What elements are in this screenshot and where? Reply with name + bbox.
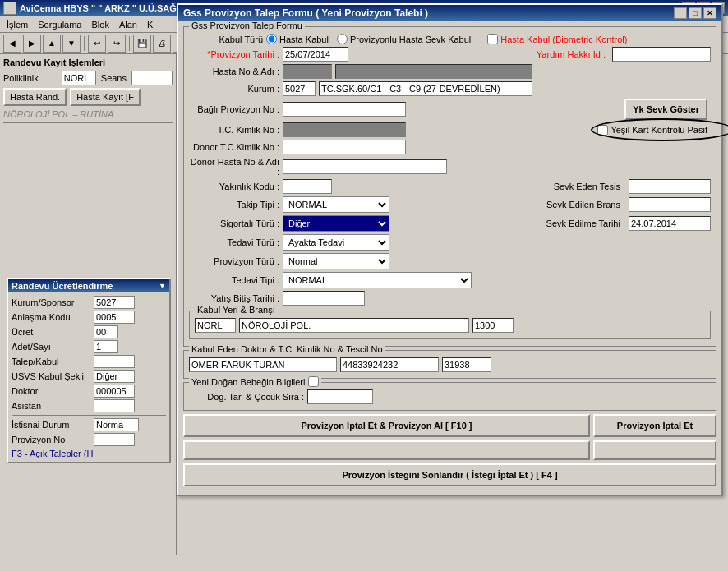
menu-sorgulama[interactable]: Sorgulama bbox=[33, 18, 86, 31]
left-panel-title: Randevu Kayıt İşlemleri bbox=[3, 58, 173, 67]
bottom-btn-row-2 bbox=[183, 440, 716, 460]
kurum-no-input[interactable] bbox=[283, 81, 316, 96]
poliklinik-label: Poliklinik bbox=[3, 73, 60, 83]
takip-tipi-select[interactable]: NORMAL ACİL DİĞER bbox=[283, 196, 389, 213]
tedavi-tipi-select[interactable]: NORMAL DİĞER bbox=[283, 272, 472, 288]
kurum-sponsor-input[interactable] bbox=[94, 296, 135, 309]
toolbar-btn-4[interactable]: ▼ bbox=[62, 35, 81, 53]
ucret-input[interactable] bbox=[94, 325, 118, 338]
bagli-prov-input[interactable] bbox=[283, 102, 406, 117]
kabul-brans-input[interactable] bbox=[239, 318, 469, 333]
tedavi-turu-select[interactable]: Ayakta Tedavi Yatarak Tedavi bbox=[283, 234, 389, 251]
anlasma-kodu-input[interactable] bbox=[94, 311, 135, 324]
kabul-yeri-row bbox=[195, 318, 705, 333]
tc-kimlik-input[interactable] bbox=[283, 122, 406, 137]
sub-window-close[interactable]: ▼ bbox=[159, 282, 166, 290]
tc-kimlik-row: T.C. Kimlik No : Yeşil Kart Kontrolü Pas… bbox=[189, 122, 711, 137]
doktor-row bbox=[189, 357, 711, 372]
sevk-edilen-brans-input[interactable] bbox=[629, 197, 711, 212]
toolbar-btn-5[interactable]: ↩ bbox=[88, 35, 106, 53]
toolbar-btn-2[interactable]: ▶ bbox=[23, 35, 41, 53]
doktor-adi-input[interactable] bbox=[189, 357, 337, 372]
toolbar-btn-6[interactable]: ↪ bbox=[108, 35, 126, 53]
hasta-adi-input[interactable] bbox=[335, 64, 532, 79]
donor-hasta-label: Donor Hasta No & Adı : bbox=[189, 157, 279, 177]
f3-link[interactable]: F3 - Açık Talepler (H bbox=[12, 449, 93, 458]
tedavi-tipi-row: Tedavi Tipi : NORMAL DİĞER bbox=[189, 272, 711, 288]
provizyon-tarihi-input[interactable] bbox=[283, 47, 348, 62]
toolbar-btn-save[interactable]: 💾 bbox=[133, 35, 151, 53]
radio-provizyon-sevk[interactable]: Provizyonlu Hasta Sevk Kabul bbox=[337, 34, 471, 44]
yakinlik-input[interactable] bbox=[283, 179, 332, 194]
yardim-hakki-input[interactable] bbox=[612, 47, 711, 62]
usvs-kabul-input[interactable] bbox=[94, 370, 135, 383]
sigortali-select[interactable]: Diğer SSK bbox=[283, 215, 389, 232]
hasta-no-label: Hasta No & Adı : bbox=[189, 67, 279, 76]
doktor-tc-input[interactable] bbox=[340, 357, 439, 372]
toolbar-btn-1[interactable]: ◀ bbox=[3, 35, 21, 53]
toolbar-btn-3[interactable]: ▲ bbox=[43, 35, 61, 53]
menu-alan[interactable]: Alan bbox=[114, 18, 142, 31]
donor-hasta-input[interactable] bbox=[283, 159, 447, 174]
donor-tc-input[interactable] bbox=[283, 140, 406, 154]
doktor-input-sub[interactable] bbox=[94, 385, 135, 398]
empty-btn-1[interactable] bbox=[183, 440, 590, 460]
provizyon-iptal-al-button[interactable]: Provizyon İptal Et & Provizyon Al [ F10 … bbox=[183, 414, 590, 437]
yeni-dogan-legend: Yeni Doğan Bebeğin Bilgileri bbox=[189, 376, 321, 387]
biometrik-checkbox[interactable] bbox=[487, 34, 498, 44]
doktor-label-sub: Doktor bbox=[12, 386, 94, 396]
sevk-tarihi-input[interactable] bbox=[629, 216, 711, 231]
asistan-input[interactable] bbox=[94, 399, 135, 412]
seans-input[interactable] bbox=[131, 71, 173, 85]
adet-sayi-label: Adet/Sayı bbox=[12, 342, 94, 352]
usvs-kabul-label: USVS Kabul Şekli bbox=[12, 371, 94, 381]
yardim-hakki-label: Yardım Hakkı Id : bbox=[537, 49, 606, 59]
bagli-prov-label: Bağlı Provizyon No : bbox=[189, 104, 279, 114]
main-dialog: Gss Provizyon Talep Formu ( Yeni Provizy… bbox=[177, 3, 723, 496]
dialog-maximize[interactable]: □ bbox=[689, 7, 702, 19]
radio-provizyon-input[interactable] bbox=[337, 34, 348, 44]
empty-btn-2[interactable] bbox=[593, 440, 716, 460]
toolbar-btn-print[interactable]: 🖨 bbox=[153, 35, 171, 53]
doktor-tescil-input[interactable] bbox=[442, 357, 491, 372]
yesil-kart-checkbox[interactable] bbox=[597, 125, 608, 136]
dialog-close[interactable]: ✕ bbox=[703, 7, 716, 19]
radio-hasta-kabul-input[interactable] bbox=[266, 34, 277, 44]
provizyon-turu-label: Provizyon Türü : bbox=[189, 256, 279, 266]
adet-sayi-input[interactable] bbox=[94, 340, 118, 353]
kabul-yeri-input[interactable] bbox=[195, 318, 236, 333]
checkbox-biometrik[interactable]: Hasta Kabul (Biometric Kontrol) bbox=[487, 34, 627, 44]
kurum-text-input[interactable] bbox=[319, 81, 532, 96]
istisnai-durum-input[interactable] bbox=[94, 418, 139, 431]
yesil-kart-checkbox-label[interactable]: Yeşil Kart Kontrolü Pasif bbox=[597, 125, 707, 136]
donor-tc-label: Donor T.C.Kimlik No : bbox=[189, 142, 279, 152]
yeni-dogan-checkbox[interactable] bbox=[308, 376, 319, 387]
provizyon-sonlandir-button[interactable]: Provizyon İsteğini Sonlandır ( İsteği İp… bbox=[183, 463, 716, 486]
menu-k[interactable]: K bbox=[142, 18, 158, 31]
provizyon-tarihi-row: *Provizyon Tarihi : Yardım Hakkı Id : bbox=[189, 47, 711, 62]
poliklinik-input[interactable] bbox=[62, 71, 96, 85]
provizyon-iptal-et-button[interactable]: Provizyon İptal Et bbox=[593, 414, 716, 437]
takip-tipi-label: Takip Tipi : bbox=[189, 200, 279, 210]
provizyon-turu-select[interactable]: Normal Acil Diğer bbox=[283, 253, 389, 269]
hasta-no-input[interactable] bbox=[283, 64, 332, 79]
hasta-kayit-button[interactable]: Hasta Kayıt [F bbox=[70, 88, 141, 106]
yatis-row: Yatış Bitiş Tarihi : bbox=[189, 291, 711, 306]
provizyon-no-input-sub[interactable] bbox=[94, 433, 135, 446]
radio-hasta-kabul[interactable]: Hasta Kabul bbox=[266, 34, 329, 44]
yk-sevk-button[interactable]: Yk Sevk Göster bbox=[624, 99, 707, 120]
sigortali-label: Sigortalı Türü : bbox=[189, 219, 279, 228]
sevk-eden-tesis-input[interactable] bbox=[629, 179, 711, 194]
menu-blok[interactable]: Blok bbox=[86, 18, 113, 31]
yatis-input[interactable] bbox=[283, 291, 365, 306]
talep-kabul-input[interactable] bbox=[94, 355, 135, 368]
dialog-minimize[interactable]: _ bbox=[674, 7, 687, 19]
anlasma-kodu-label: Anlaşma Kodu bbox=[12, 312, 94, 322]
dog-tar-input[interactable] bbox=[307, 389, 373, 404]
tedavi-turu-label: Tedavi Türü : bbox=[189, 237, 279, 247]
hasta-rand-button[interactable]: Hasta Rand. bbox=[3, 88, 67, 106]
yeni-dogan-section: Yeni Doğan Bebeğin Bilgileri Doğ. Tar. &… bbox=[183, 382, 716, 411]
menu-islem[interactable]: İşlem bbox=[2, 18, 33, 31]
dialog-title-bar: Gss Provizyon Talep Formu ( Yeni Provizy… bbox=[178, 5, 721, 21]
kabul-no-input[interactable] bbox=[472, 318, 514, 333]
